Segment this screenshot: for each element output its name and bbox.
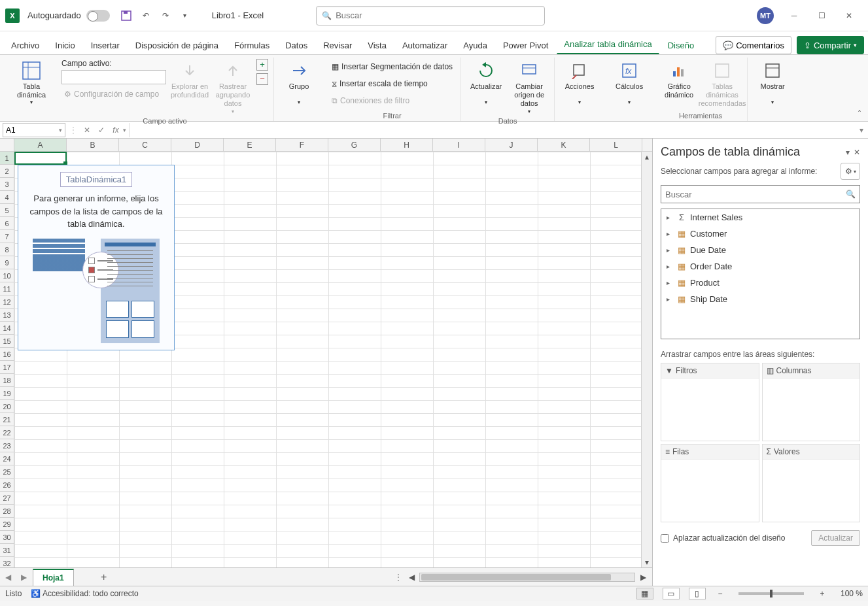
- row-header-28[interactable]: 28: [0, 505, 14, 518]
- tab-inicio[interactable]: Inicio: [48, 35, 82, 54]
- tab-formulas[interactable]: Fórmulas: [227, 35, 277, 54]
- tab-ayuda[interactable]: Ayuda: [456, 35, 495, 54]
- row-header-12[interactable]: 12: [0, 295, 14, 309]
- expand-icon[interactable]: ▸: [667, 214, 673, 221]
- field-item-product[interactable]: ▸▦Product: [661, 275, 859, 291]
- row-header-20[interactable]: 20: [0, 400, 14, 413]
- cancel-formula-button[interactable]: ✕: [80, 123, 94, 137]
- expand-icon[interactable]: ▸: [667, 279, 673, 286]
- collapse-ribbon-button[interactable]: ˄: [858, 109, 861, 118]
- save-button[interactable]: [119, 8, 133, 23]
- sheet-nav-prev[interactable]: ◀: [0, 569, 16, 585]
- vertical-scrollbar[interactable]: ▴ ▾: [641, 152, 652, 567]
- column-header-H[interactable]: H: [381, 139, 433, 151]
- row-header-19[interactable]: 19: [0, 387, 14, 400]
- field-item-internet-sales[interactable]: ▸ΣInternet Sales: [661, 209, 859, 226]
- comments-button[interactable]: 💬 Comentarios: [716, 36, 791, 54]
- row-header-2[interactable]: 2: [0, 165, 14, 178]
- maximize-button[interactable]: ☐: [808, 6, 835, 25]
- cambiar-origen-button[interactable]: Cambiar origen de datos ▾: [510, 59, 549, 116]
- scroll-left-arrow[interactable]: ◀: [406, 573, 417, 582]
- row-header-9[interactable]: 9: [0, 256, 14, 269]
- column-header-G[interactable]: G: [328, 139, 381, 151]
- row-header-1[interactable]: 1: [0, 152, 14, 165]
- grupo-button[interactable]: Grupo▾: [279, 59, 319, 107]
- field-item-due-date[interactable]: ▸▦Due Date: [661, 242, 859, 258]
- row-header-5[interactable]: 5: [0, 204, 14, 217]
- pane-layout-button[interactable]: ⚙▾: [841, 163, 860, 180]
- view-normal-button[interactable]: ▦: [636, 588, 653, 599]
- tab-archivo[interactable]: Archivo: [4, 35, 46, 54]
- field-list[interactable]: ▸ΣInternet Sales▸▦Customer▸▦Due Date▸▦Or…: [661, 209, 860, 339]
- expand-field-button[interactable]: +: [256, 59, 268, 71]
- area-valores[interactable]: ΣValores: [762, 444, 861, 522]
- qat-customize-button[interactable]: ▾: [178, 8, 192, 23]
- pane-search-input[interactable]: [665, 190, 846, 199]
- row-header-13[interactable]: 13: [0, 309, 14, 322]
- row-header-25[interactable]: 25: [0, 465, 14, 479]
- expand-icon[interactable]: ▸: [667, 246, 673, 254]
- scroll-up-arrow[interactable]: ▴: [642, 152, 652, 162]
- row-header-10[interactable]: 10: [0, 269, 14, 282]
- acciones-button[interactable]: Acciones▾: [560, 59, 599, 107]
- user-avatar[interactable]: MT: [757, 7, 774, 24]
- autosave-toggle[interactable]: [86, 10, 110, 22]
- row-header-6[interactable]: 6: [0, 217, 14, 230]
- column-header-L[interactable]: L: [590, 139, 642, 151]
- row-header-31[interactable]: 31: [0, 544, 14, 557]
- name-box[interactable]: A1 ▾: [3, 123, 65, 137]
- row-header-22[interactable]: 22: [0, 426, 14, 439]
- tab-disposicion[interactable]: Disposición de página: [128, 35, 226, 54]
- collapse-field-button[interactable]: −: [256, 73, 268, 85]
- tab-automatizar[interactable]: Automatizar: [395, 35, 455, 54]
- area-filas[interactable]: ≡Filas: [661, 444, 759, 522]
- row-header-4[interactable]: 4: [0, 191, 14, 204]
- column-header-I[interactable]: I: [433, 139, 485, 151]
- tab-datos[interactable]: Datos: [278, 35, 315, 54]
- column-header-E[interactable]: E: [224, 139, 276, 151]
- column-header-K[interactable]: K: [538, 139, 590, 151]
- tab-insertar[interactable]: Insertar: [84, 35, 127, 54]
- row-header-29[interactable]: 29: [0, 518, 14, 531]
- column-header-B[interactable]: B: [67, 139, 119, 151]
- row-header-21[interactable]: 21: [0, 413, 14, 426]
- zoom-level[interactable]: 100 %: [841, 589, 863, 598]
- share-button[interactable]: ⇪ Compartir ▾: [797, 36, 864, 54]
- row-header-3[interactable]: 3: [0, 178, 14, 191]
- row-header-8[interactable]: 8: [0, 243, 14, 256]
- tab-powerpivot[interactable]: Power Pivot: [496, 35, 555, 54]
- actualizar-button[interactable]: Actualizar▾: [466, 59, 506, 107]
- tabla-dinamica-button[interactable]: Tabla dinámica ▾: [12, 59, 51, 107]
- column-header-D[interactable]: D: [171, 139, 224, 151]
- column-header-C[interactable]: C: [119, 139, 171, 151]
- pane-collapse-button[interactable]: ▾: [846, 148, 850, 157]
- tab-diseno[interactable]: Diseño: [661, 35, 701, 54]
- field-item-ship-date[interactable]: ▸▦Ship Date: [661, 291, 859, 307]
- row-header-32[interactable]: 32: [0, 557, 14, 567]
- zoom-slider[interactable]: [738, 592, 804, 595]
- row-header-17[interactable]: 17: [0, 361, 14, 374]
- tab-vista[interactable]: Vista: [360, 35, 394, 54]
- cell-grid[interactable]: TablaDinámica1 Para generar un informe, …: [14, 152, 641, 567]
- row-header-30[interactable]: 30: [0, 531, 14, 544]
- accept-formula-button[interactable]: ✓: [94, 123, 109, 137]
- zoom-out-button[interactable]: −: [715, 588, 725, 599]
- expand-icon[interactable]: ▸: [667, 263, 673, 270]
- mostrar-button[interactable]: Mostrar▾: [753, 59, 792, 107]
- scroll-down-arrow[interactable]: ▾: [642, 557, 652, 567]
- horizontal-scrollbar[interactable]: [419, 573, 635, 582]
- sheet-tab-hoja1[interactable]: Hoja1: [33, 569, 74, 586]
- area-columnas[interactable]: ▥Columnas: [762, 363, 861, 441]
- column-header-A[interactable]: A: [14, 139, 67, 151]
- row-header-18[interactable]: 18: [0, 374, 14, 387]
- zoom-in-button[interactable]: +: [817, 588, 827, 599]
- expand-formula-bar-button[interactable]: ▾: [855, 126, 868, 135]
- grafico-dinamico-button[interactable]: Gráfico dinámico: [659, 59, 699, 101]
- sheet-nav-next[interactable]: ▶: [16, 569, 31, 585]
- close-button[interactable]: ✕: [835, 6, 863, 25]
- defer-checkbox[interactable]: [661, 534, 669, 543]
- redo-button[interactable]: ↷: [158, 8, 173, 23]
- insert-function-button[interactable]: fx: [109, 123, 123, 137]
- column-header-F[interactable]: F: [276, 139, 328, 151]
- insertar-segmentacion-button[interactable]: ▦ Insertar Segmentación de datos: [329, 59, 455, 75]
